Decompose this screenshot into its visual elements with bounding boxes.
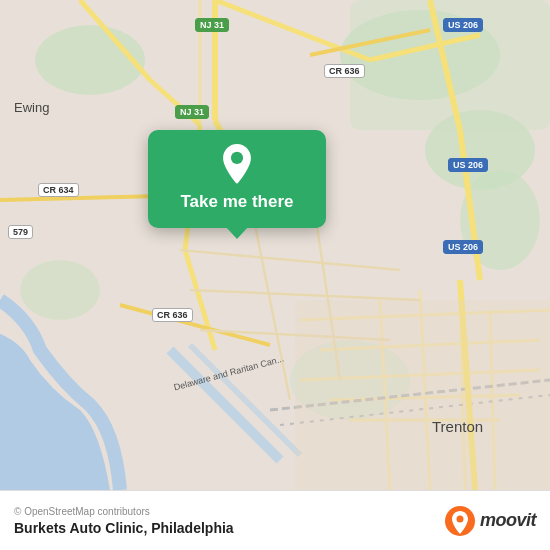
bottom-bar: © OpenStreetMap contributors Burkets Aut… bbox=[0, 490, 550, 550]
cta-card[interactable]: Take me there bbox=[148, 130, 326, 228]
road-label-579: 579 bbox=[8, 225, 33, 239]
moovit-text: moovit bbox=[480, 510, 536, 531]
svg-point-44 bbox=[456, 515, 463, 522]
road-label-nj31-top: NJ 31 bbox=[195, 18, 229, 32]
area-label-ewing: Ewing bbox=[14, 100, 49, 115]
svg-rect-41 bbox=[295, 300, 550, 490]
svg-point-6 bbox=[20, 260, 100, 320]
road-label-nj31-mid: NJ 31 bbox=[175, 105, 209, 119]
road-label-cr636-top: CR 636 bbox=[324, 64, 365, 78]
bottom-left: © OpenStreetMap contributors Burkets Aut… bbox=[14, 506, 234, 536]
svg-point-1 bbox=[35, 25, 145, 95]
cta-label: Take me there bbox=[180, 192, 293, 212]
osm-credit: © OpenStreetMap contributors bbox=[14, 506, 234, 517]
map-container: NJ 31 NJ 31 US 206 US 206 US 206 CR 636 … bbox=[0, 0, 550, 490]
road-label-us206-top: US 206 bbox=[443, 18, 483, 32]
pin-icon bbox=[217, 144, 257, 184]
moovit-logo[interactable]: moovit bbox=[444, 505, 536, 537]
road-label-cr634: CR 634 bbox=[38, 183, 79, 197]
location-name: Burkets Auto Clinic, Philadelphia bbox=[14, 520, 234, 536]
svg-point-42 bbox=[231, 152, 243, 164]
area-label-trenton: Trenton bbox=[432, 418, 483, 435]
moovit-brand-icon bbox=[444, 505, 476, 537]
road-label-us206-lower: US 206 bbox=[443, 240, 483, 254]
road-label-cr636-bot: CR 636 bbox=[152, 308, 193, 322]
road-label-us206-right: US 206 bbox=[448, 158, 488, 172]
